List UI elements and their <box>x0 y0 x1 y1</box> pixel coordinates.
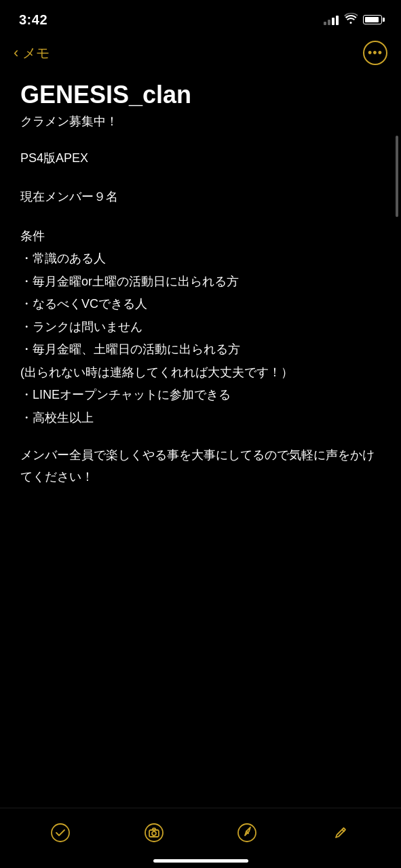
edit-button[interactable] <box>326 818 356 848</box>
battery-icon <box>363 15 382 24</box>
note-closing: メンバー全員で楽しくやる事を大事にしてるので気軽に声をかけてください！ <box>20 445 381 488</box>
nav-bar: ‹ メモ ••• <box>0 35 401 73</box>
condition-7: ・LINEオープンチャットに参加できる <box>20 384 381 406</box>
check-button[interactable] <box>45 818 75 848</box>
status-icons <box>324 13 382 26</box>
more-button[interactable]: ••• <box>363 41 387 65</box>
note-subtitle: クラメン募集中！ <box>20 113 381 130</box>
chevron-left-icon: ‹ <box>14 45 18 60</box>
svg-point-0 <box>52 824 69 842</box>
toolbar-icons <box>0 818 401 848</box>
wifi-icon <box>344 13 358 26</box>
svg-point-1 <box>145 824 163 842</box>
note-body: 条件 ・常識のある人 ・毎月金曜or土曜の活動日に出られる方 ・なるべくVCでき… <box>20 226 381 429</box>
signal-icon <box>324 14 339 25</box>
condition-6: (出られない時は連絡してくれれば大丈夫です！） <box>20 362 381 384</box>
condition-2: ・毎月金曜or土曜の活動日に出られる方 <box>20 271 381 293</box>
nav-back-label: メモ <box>22 44 50 62</box>
camera-button[interactable] <box>139 818 169 848</box>
back-button[interactable]: ‹ メモ <box>14 44 50 62</box>
condition-8: ・高校生以上 <box>20 408 381 429</box>
ellipsis-icon: ••• <box>368 47 383 59</box>
svg-point-3 <box>152 831 156 835</box>
member-count-text: 現在メンバー９名 <box>20 187 381 207</box>
condition-4: ・ランクは問いません <box>20 317 381 338</box>
condition-3: ・なるべくVCできる人 <box>20 294 381 315</box>
condition-1: ・常識のある人 <box>20 248 381 270</box>
scrollbar <box>396 136 398 217</box>
note-title: GENESIS_clan <box>20 80 381 109</box>
status-time: 3:42 <box>19 12 47 28</box>
home-indicator <box>153 859 248 863</box>
condition-5: ・毎月金曜、土曜日の活動に出られる方 <box>20 339 381 361</box>
platform-text: PS4版APEX <box>20 149 381 168</box>
conditions-header: 条件 <box>20 226 381 248</box>
pen-button[interactable] <box>232 818 262 848</box>
note-content: GENESIS_clan クラメン募集中！ PS4版APEX 現在メンバー９名 … <box>0 73 401 583</box>
status-bar: 3:42 <box>0 0 401 35</box>
